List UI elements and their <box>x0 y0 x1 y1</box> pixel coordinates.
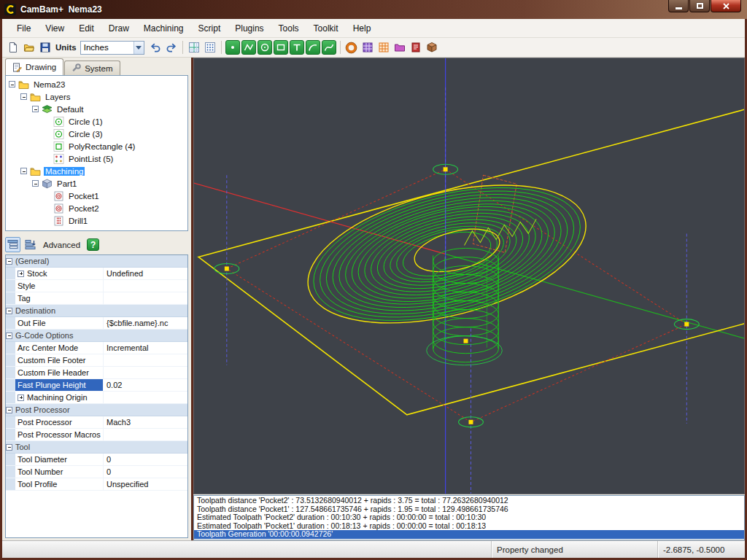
close-button[interactable] <box>711 0 741 12</box>
draw-circle-button[interactable] <box>258 40 272 55</box>
viewport-3d[interactable] <box>193 58 745 494</box>
tree-item-drill1[interactable]: Drill1 <box>6 214 187 227</box>
property-category[interactable]: Destination <box>6 305 187 317</box>
tree-item-default-layer[interactable]: Default <box>6 103 187 115</box>
property-value[interactable] <box>104 354 187 366</box>
region-button[interactable] <box>376 39 392 55</box>
property-value[interactable]: 0 <box>104 466 187 478</box>
tree-item-pocket1[interactable]: Pocket1 <box>6 190 187 202</box>
collapse-icon[interactable] <box>6 332 12 339</box>
property-value[interactable]: 0 <box>104 454 187 465</box>
mesh-button[interactable] <box>360 39 376 55</box>
toolbar-separator <box>221 41 222 54</box>
tab-system[interactable]: System <box>64 61 120 75</box>
log-line-selected[interactable]: Toolpath Generation '00:00:00.0942726' <box>194 530 744 539</box>
maximize-button[interactable] <box>689 0 710 12</box>
alphabetical-sort-button[interactable] <box>23 237 38 252</box>
tree-item-circle-3[interactable]: Circle (3) <box>6 128 187 140</box>
grid-axes-button[interactable] <box>186 39 202 55</box>
new-file-button[interactable] <box>5 39 21 55</box>
property-value[interactable]: {$cbfile.name}.nc <box>104 317 187 329</box>
property-row-post-processor[interactable]: Post ProcessorMach3 <box>6 416 187 429</box>
property-value[interactable] <box>104 429 187 440</box>
property-value[interactable]: 0.02 <box>104 379 187 391</box>
collapse-icon[interactable] <box>6 444 12 451</box>
menu-machining[interactable]: Machining <box>136 21 191 36</box>
property-value[interactable] <box>104 280 187 292</box>
property-category[interactable]: Post Processor <box>6 404 187 416</box>
menu-edit[interactable]: Edit <box>71 21 101 36</box>
tree-item-circle-1[interactable]: Circle (1) <box>6 115 187 128</box>
menu-file[interactable]: File <box>9 21 38 36</box>
expand-icon[interactable] <box>18 271 24 277</box>
advanced-button[interactable]: Advanced <box>43 241 80 249</box>
property-row-tool-number[interactable]: Tool Number0 <box>6 466 187 478</box>
open-file-button[interactable] <box>21 39 37 55</box>
tree-item-pointlist[interactable]: PointList (5) <box>6 152 187 165</box>
property-row-tool-profile[interactable]: Tool ProfileUnspecified <box>6 478 187 491</box>
property-row-custom-file-footer[interactable]: Custom File Footer <box>6 354 187 367</box>
property-row-out-file[interactable]: Out File{$cbfile.name}.nc <box>6 317 187 330</box>
property-row-arc-center-mode[interactable]: Arc Center ModeIncremental <box>6 342 187 354</box>
property-category[interactable]: (General) <box>6 255 187 268</box>
property-row-custom-file-header[interactable]: Custom File Header <box>6 367 187 379</box>
tree-item-polyrectangle[interactable]: PolyRectangle (4) <box>6 140 187 152</box>
help-button[interactable]: ? <box>87 238 99 251</box>
collapse-icon[interactable] <box>6 258 12 265</box>
minimize-button[interactable] <box>668 0 689 12</box>
draw-polyline-button[interactable] <box>241 40 256 55</box>
property-value[interactable]: Undefined <box>104 268 187 279</box>
property-row-stock[interactable]: StockUndefined <box>6 268 187 280</box>
property-category[interactable]: Tool <box>6 441 187 454</box>
property-row-post-processor-macros[interactable]: Post Processor Macros <box>6 429 187 441</box>
categorized-view-button[interactable] <box>5 237 20 252</box>
property-value[interactable] <box>104 292 187 304</box>
grid-dots-button[interactable] <box>202 39 218 55</box>
menu-draw[interactable]: Draw <box>101 21 136 36</box>
property-row-fast-plunge-height[interactable]: Fast Plunge Height0.02 <box>6 379 187 392</box>
collapse-icon[interactable] <box>20 93 27 100</box>
property-value[interactable] <box>104 392 187 403</box>
tree-item-part1[interactable]: Part1 <box>6 177 187 190</box>
draw-spline-button[interactable] <box>322 40 336 55</box>
tree-item-pocket2[interactable]: Pocket2 <box>6 202 187 214</box>
property-row-style[interactable]: Style <box>6 280 187 292</box>
menu-plugins[interactable]: Plugins <box>228 21 271 36</box>
collapse-icon[interactable] <box>9 81 15 88</box>
redo-button[interactable] <box>163 39 179 55</box>
draw-point-button[interactable] <box>225 40 240 55</box>
surface-button[interactable] <box>344 39 360 55</box>
draw-rectangle-button[interactable] <box>274 40 288 55</box>
tab-drawing[interactable]: Drawing <box>5 58 63 75</box>
draw-arc-button[interactable] <box>306 40 320 55</box>
menu-help[interactable]: Help <box>346 21 379 36</box>
collapse-icon[interactable] <box>32 106 39 112</box>
menu-tools[interactable]: Tools <box>271 21 306 36</box>
menu-view[interactable]: View <box>38 21 71 36</box>
library-button[interactable] <box>392 39 408 55</box>
save-button[interactable] <box>37 39 53 55</box>
property-row-tool-diameter[interactable]: Tool Diameter0 <box>6 454 187 466</box>
property-category[interactable]: G-Code Options <box>6 330 187 342</box>
property-row-tag[interactable]: Tag <box>6 292 187 305</box>
script-button[interactable] <box>408 39 424 55</box>
collapse-icon[interactable] <box>32 180 39 187</box>
tree-item-machining[interactable]: Machining <box>6 165 187 177</box>
stock-button[interactable] <box>424 39 440 55</box>
property-row-machining-origin[interactable]: Machining Origin <box>6 392 187 404</box>
collapse-icon[interactable] <box>6 308 12 314</box>
menu-toolkit[interactable]: Toolkit <box>306 21 346 36</box>
property-value[interactable]: Incremental <box>104 342 187 354</box>
tree-item-layers[interactable]: Layers <box>6 90 187 103</box>
property-value[interactable]: Unspecified <box>104 478 187 490</box>
draw-text-button[interactable] <box>290 40 304 55</box>
collapse-icon[interactable] <box>20 168 27 174</box>
property-value[interactable]: Mach3 <box>104 416 187 428</box>
tree-item-nema23[interactable]: Nema23 <box>6 78 187 90</box>
undo-button[interactable] <box>147 39 163 55</box>
collapse-icon[interactable] <box>6 407 12 413</box>
units-select[interactable]: Inches <box>80 41 144 55</box>
property-value[interactable] <box>104 367 187 378</box>
menu-script[interactable]: Script <box>191 21 228 36</box>
expand-icon[interactable] <box>18 394 24 401</box>
